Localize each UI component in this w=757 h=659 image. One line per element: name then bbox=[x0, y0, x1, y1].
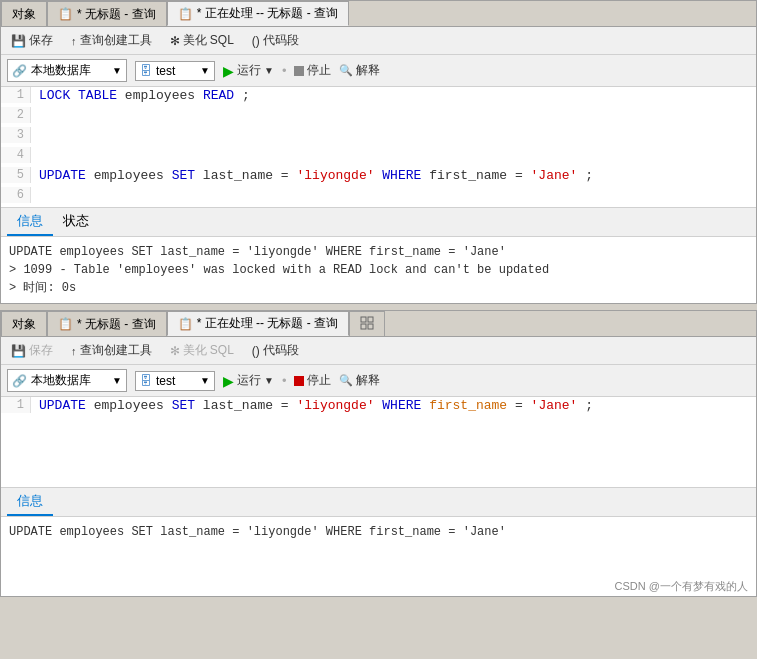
val1-2: 'liyongde' bbox=[296, 398, 374, 413]
info-tab-status-1[interactable]: 状态 bbox=[53, 208, 99, 236]
db-selector-2[interactable]: 🔗 本地数据库 ▼ bbox=[7, 369, 127, 392]
code-snippet-button-1[interactable]: () 代码段 bbox=[248, 30, 303, 51]
code-line-2-1: 1 UPDATE employees SET last_name = 'liyo… bbox=[1, 397, 756, 417]
schema-selector-2[interactable]: 🗄 test ▼ bbox=[135, 371, 215, 391]
status-tab-label-1: 状态 bbox=[63, 213, 89, 228]
code-editor-1[interactable]: 1 LOCK TABLE employees READ ; 2 3 4 5 bbox=[1, 87, 756, 207]
code-line-1-1: 1 LOCK TABLE employees READ ; bbox=[1, 87, 756, 107]
watermark: CSDN @一个有梦有戏的人 bbox=[1, 577, 756, 596]
tab-query2-2[interactable]: 📋 * 正在处理 -- 无标题 - 查询 bbox=[167, 311, 349, 336]
snippet-label-2: 代码段 bbox=[263, 342, 299, 359]
db-icon-2: 📋 bbox=[178, 7, 193, 21]
snippet-label-1: 代码段 bbox=[263, 32, 299, 49]
snippet-icon-2: () bbox=[252, 344, 260, 358]
first-name-kw: first_name bbox=[429, 398, 507, 413]
stop-button-1[interactable]: 停止 bbox=[294, 62, 331, 79]
query-builder-label-2: 查询创建工具 bbox=[80, 342, 152, 359]
tab-query1-2[interactable]: 📋 * 无标题 - 查询 bbox=[47, 311, 167, 336]
beautify-sql-button-2[interactable]: ✻ 美化 SQL bbox=[166, 340, 238, 361]
save-label-1: 保存 bbox=[29, 32, 53, 49]
query-builder-button-1[interactable]: ↑ 查询创建工具 bbox=[67, 30, 156, 51]
schema-label-1: test bbox=[156, 64, 175, 78]
panel-1: 对象 📋 * 无标题 - 查询 📋 * 正在处理 -- 无标题 - 查询 💾 保… bbox=[0, 0, 757, 304]
info-line-1-1: UPDATE employees SET last_name = 'liyong… bbox=[9, 243, 748, 261]
code-line-1-2: 2 bbox=[1, 107, 756, 127]
line-num-1-4: 4 bbox=[1, 147, 31, 163]
run-dropdown-1[interactable]: ▼ bbox=[264, 65, 274, 76]
panel2-toolbar: 💾 保存 ↑ 查询创建工具 ✻ 美化 SQL () 代码段 bbox=[1, 337, 756, 365]
db-green-icon-1: 🔗 bbox=[12, 64, 27, 78]
explain-label-2: 解释 bbox=[356, 372, 380, 389]
tab-query1-label-2: * 无标题 - 查询 bbox=[77, 316, 156, 333]
info-panel-2: 信息 UPDATE employees SET last_name = 'liy… bbox=[1, 487, 756, 596]
val2-2: 'Jane' bbox=[531, 398, 578, 413]
schema-arrow-1: ▼ bbox=[200, 65, 210, 76]
save-button-1[interactable]: 💾 保存 bbox=[7, 30, 57, 51]
info-content-2: UPDATE employees SET last_name = 'liyong… bbox=[1, 517, 756, 577]
line-num-1-1: 1 bbox=[1, 87, 31, 103]
stop-label-1: 停止 bbox=[307, 62, 331, 79]
tab-query1-label-1: * 无标题 - 查询 bbox=[77, 6, 156, 23]
tab-objects-1[interactable]: 对象 bbox=[1, 1, 47, 26]
explain-label-1: 解释 bbox=[356, 62, 380, 79]
save-label-2: 保存 bbox=[29, 342, 53, 359]
info-tab-info-2[interactable]: 信息 bbox=[7, 488, 53, 516]
info-tabs-2: 信息 bbox=[1, 488, 756, 517]
db-arrow-1: ▼ bbox=[112, 65, 122, 76]
tab-objects-2[interactable]: 对象 bbox=[1, 311, 47, 336]
svg-rect-1 bbox=[368, 317, 373, 322]
query-builder-label-1: 查询创建工具 bbox=[80, 32, 152, 49]
tab-query2-1[interactable]: 📋 * 正在处理 -- 无标题 - 查询 bbox=[167, 1, 349, 26]
snippet-icon-1: () bbox=[252, 34, 260, 48]
run-label-1: 运行 bbox=[237, 62, 261, 79]
schema-selector-1[interactable]: 🗄 test ▼ bbox=[135, 61, 215, 81]
info-line-1-2: > 1099 - Table 'employees' was locked wi… bbox=[9, 261, 748, 279]
line-num-1-2: 2 bbox=[1, 107, 31, 123]
explain-icon-1: 🔍 bbox=[339, 64, 353, 77]
beautify-label-1: 美化 SQL bbox=[183, 32, 234, 49]
panel1-tab-bar: 对象 📋 * 无标题 - 查询 📋 * 正在处理 -- 无标题 - 查询 bbox=[1, 1, 756, 27]
query-builder-button-2[interactable]: ↑ 查询创建工具 bbox=[67, 340, 156, 361]
tab-grid-2[interactable] bbox=[349, 311, 385, 336]
info-line-2-1: UPDATE employees SET last_name = 'liyong… bbox=[9, 523, 748, 541]
info-tabs-1: 信息 状态 bbox=[1, 208, 756, 237]
read-kw: READ bbox=[203, 88, 234, 103]
code-line-1-5: 5 UPDATE employees SET last_name = 'liyo… bbox=[1, 167, 756, 187]
run-button-1[interactable]: ▶ 运行 ▼ bbox=[223, 62, 274, 79]
svg-rect-3 bbox=[368, 324, 373, 329]
line-num-2-1: 1 bbox=[1, 397, 31, 413]
panel2-tab-bar: 对象 📋 * 无标题 - 查询 📋 * 正在处理 -- 无标题 - 查询 bbox=[1, 311, 756, 337]
update-kw-2: UPDATE bbox=[39, 398, 86, 413]
schema-icon-2: 🗄 bbox=[140, 374, 152, 388]
code-line-1-3: 3 bbox=[1, 127, 756, 147]
line-content-1-5: UPDATE employees SET last_name = 'liyong… bbox=[31, 167, 756, 184]
set-kw-2: SET bbox=[172, 398, 195, 413]
explain-button-1[interactable]: 🔍 解释 bbox=[339, 62, 380, 79]
run-icon-2: ▶ bbox=[223, 373, 234, 389]
info-line-1-3: > 时间: 0s bbox=[9, 279, 748, 297]
line-num-1-3: 3 bbox=[1, 127, 31, 143]
beautify-sql-button-1[interactable]: ✻ 美化 SQL bbox=[166, 30, 238, 51]
val2-1: 'Jane' bbox=[531, 168, 578, 183]
tab-query1-1[interactable]: 📋 * 无标题 - 查询 bbox=[47, 1, 167, 26]
code-editor-2[interactable]: 1 UPDATE employees SET last_name = 'liyo… bbox=[1, 397, 756, 487]
run-button-2[interactable]: ▶ 运行 ▼ bbox=[223, 372, 274, 389]
set-kw-1: SET bbox=[172, 168, 195, 183]
query-builder-icon-1: ↑ bbox=[71, 35, 77, 47]
save-button-2[interactable]: 💾 保存 bbox=[7, 340, 57, 361]
line-num-1-5: 5 bbox=[1, 167, 31, 183]
info-tab-info-1[interactable]: 信息 bbox=[7, 208, 53, 236]
panel1-toolbar: 💾 保存 ↑ 查询创建工具 ✻ 美化 SQL () 代码段 bbox=[1, 27, 756, 55]
run-icon-1: ▶ bbox=[223, 63, 234, 79]
query-builder-icon-2: ↑ bbox=[71, 345, 77, 357]
save-icon-1: 💾 bbox=[11, 34, 26, 48]
db-green-icon-2: 🔗 bbox=[12, 374, 27, 388]
code-snippet-button-2[interactable]: () 代码段 bbox=[248, 340, 303, 361]
run-dropdown-2[interactable]: ▼ bbox=[264, 375, 274, 386]
info-tab-label-1: 信息 bbox=[17, 213, 43, 228]
explain-icon-2: 🔍 bbox=[339, 374, 353, 387]
svg-rect-2 bbox=[361, 324, 366, 329]
db-selector-1[interactable]: 🔗 本地数据库 ▼ bbox=[7, 59, 127, 82]
explain-button-2[interactable]: 🔍 解释 bbox=[339, 372, 380, 389]
stop-button-2[interactable]: 停止 bbox=[294, 372, 331, 389]
